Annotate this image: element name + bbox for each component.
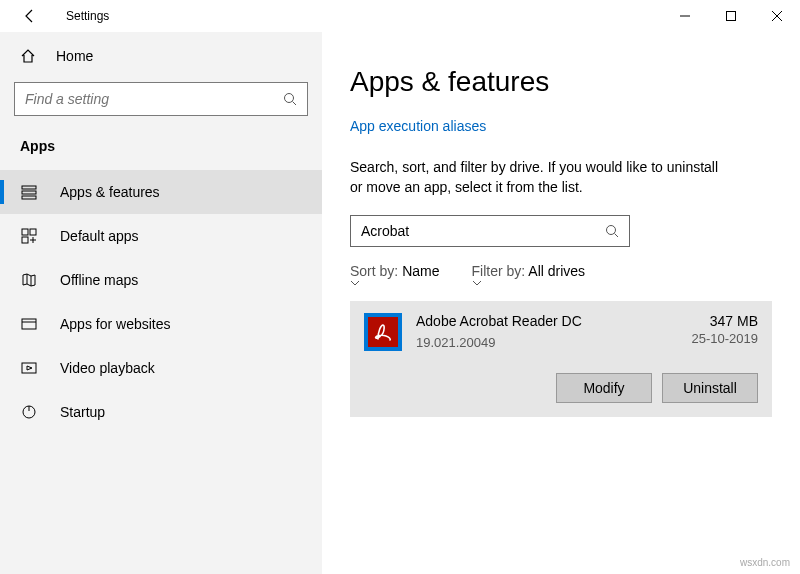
find-setting-search[interactable] <box>14 82 308 116</box>
nav-label: Startup <box>60 404 105 420</box>
description: Search, sort, and filter by drive. If yo… <box>350 158 730 197</box>
svg-line-3 <box>293 102 297 106</box>
filters-row: Sort by: Name Filter by: All drives <box>350 263 772 287</box>
svg-rect-9 <box>22 237 28 243</box>
app-name: Adobe Acrobat Reader DC <box>416 313 692 329</box>
sidebar-item-startup[interactable]: Startup <box>0 390 322 434</box>
app-card-header: Adobe Acrobat Reader DC 19.021.20049 347… <box>364 313 758 351</box>
svg-rect-14 <box>22 363 36 373</box>
app-info: Adobe Acrobat Reader DC 19.021.20049 <box>416 313 692 351</box>
svg-rect-12 <box>22 319 36 329</box>
svg-point-17 <box>607 226 616 235</box>
sidebar-item-offline-maps[interactable]: Offline maps <box>0 258 322 302</box>
acrobat-icon <box>368 317 398 347</box>
apps-features-icon <box>20 184 38 200</box>
uninstall-button[interactable]: Uninstall <box>662 373 758 403</box>
watermark: wsxdn.com <box>740 557 790 568</box>
find-setting-input[interactable] <box>25 91 283 107</box>
back-button[interactable] <box>18 8 42 24</box>
sort-label: Sort by: <box>350 263 398 279</box>
close-button[interactable] <box>754 0 800 32</box>
app-size: 347 MB <box>692 313 759 329</box>
sidebar: Home Apps Apps & features Default apps <box>0 32 322 574</box>
maximize-button[interactable] <box>708 0 754 32</box>
sidebar-item-video-playback[interactable]: Video playback <box>0 346 322 390</box>
offline-maps-icon <box>20 272 38 288</box>
svg-rect-6 <box>22 196 36 199</box>
app-list-search[interactable] <box>350 215 630 247</box>
window-title: Settings <box>66 9 109 23</box>
svg-line-18 <box>615 234 619 238</box>
home-icon <box>20 48 36 64</box>
sidebar-item-apps-websites[interactable]: Apps for websites <box>0 302 322 346</box>
search-icon <box>283 92 297 106</box>
startup-icon <box>20 404 38 420</box>
filter-by-dropdown[interactable]: Filter by: All drives <box>472 263 590 287</box>
modify-button[interactable]: Modify <box>556 373 652 403</box>
home-button[interactable]: Home <box>0 40 322 78</box>
default-apps-icon <box>20 228 38 244</box>
section-label: Apps <box>0 126 322 170</box>
nav-label: Default apps <box>60 228 139 244</box>
nav-label: Video playback <box>60 360 155 376</box>
svg-rect-5 <box>22 191 36 194</box>
svg-rect-4 <box>22 186 36 189</box>
app-card[interactable]: Adobe Acrobat Reader DC 19.021.20049 347… <box>350 301 772 417</box>
sidebar-item-default-apps[interactable]: Default apps <box>0 214 322 258</box>
video-playback-icon <box>20 360 38 376</box>
sidebar-nav: Apps & features Default apps Offline map… <box>0 170 322 434</box>
minimize-button[interactable] <box>662 0 708 32</box>
sort-by-dropdown[interactable]: Sort by: Name <box>350 263 444 287</box>
body: Home Apps Apps & features Default apps <box>0 32 800 574</box>
chevron-down-icon <box>350 279 444 287</box>
home-label: Home <box>56 48 93 64</box>
svg-rect-7 <box>22 229 28 235</box>
filter-value: All drives <box>528 263 585 279</box>
sidebar-item-apps-features[interactable]: Apps & features <box>0 170 322 214</box>
app-date: 25-10-2019 <box>692 331 759 346</box>
nav-label: Apps & features <box>60 184 160 200</box>
svg-point-2 <box>285 94 294 103</box>
page-title: Apps & features <box>350 66 772 98</box>
nav-label: Apps for websites <box>60 316 171 332</box>
svg-rect-8 <box>30 229 36 235</box>
window-controls <box>662 0 800 32</box>
filter-label: Filter by: <box>472 263 526 279</box>
nav-label: Offline maps <box>60 272 138 288</box>
search-icon <box>605 224 619 238</box>
sort-value: Name <box>402 263 439 279</box>
chevron-down-icon <box>472 279 590 287</box>
app-version: 19.021.20049 <box>416 335 692 350</box>
content: Apps & features App execution aliases Se… <box>322 32 800 574</box>
apps-websites-icon <box>20 316 38 332</box>
app-list-search-input[interactable] <box>361 223 605 239</box>
app-execution-aliases-link[interactable]: App execution aliases <box>350 118 772 134</box>
titlebar: Settings <box>0 0 800 32</box>
app-icon <box>364 313 402 351</box>
app-actions: Modify Uninstall <box>364 373 758 403</box>
svg-rect-1 <box>727 12 736 21</box>
app-meta: 347 MB 25-10-2019 <box>692 313 759 351</box>
